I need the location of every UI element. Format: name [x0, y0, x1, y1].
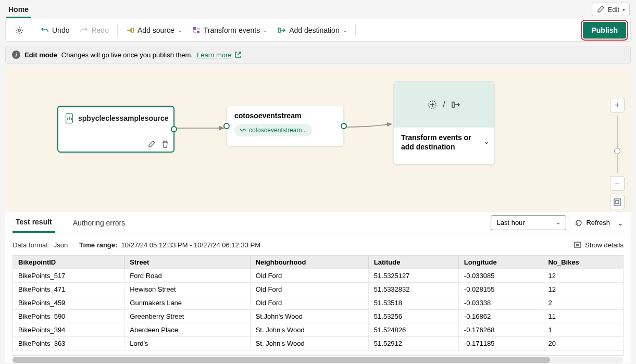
toolbar: Undo Redo Add source ⌄ Transform events …	[5, 19, 631, 42]
time-range-label: Time range:	[79, 241, 117, 249]
eventstream-node[interactable]: cotosoeventstream cotosoeventstream...	[227, 106, 344, 146]
tab-test-result[interactable]: Test result	[13, 212, 55, 233]
publish-button[interactable]: Publish	[583, 22, 626, 39]
table-cell: 51.5332832	[368, 283, 458, 296]
zoom-thumb[interactable]	[614, 148, 620, 154]
table-row[interactable]: BikePoints_471Hewison StreetOld Ford51.5…	[13, 283, 623, 296]
zoom-in-button[interactable]: +	[610, 98, 625, 112]
redo-icon	[80, 26, 88, 34]
table-cell: -0.033085	[458, 269, 543, 283]
external-link-icon	[234, 51, 242, 59]
eventstream-pill-label: cotosoeventstream...	[249, 127, 307, 134]
info-icon: i	[12, 51, 20, 59]
add-destination-label: Add destination	[289, 26, 340, 34]
table-cell: 11	[543, 310, 623, 323]
column-header[interactable]: Street	[124, 256, 250, 269]
edit-mode-title: Edit mode	[24, 51, 57, 59]
table-cell: 1	[543, 323, 623, 337]
time-range-value: 10/27/24 05:12:33 PM - 10/27/24 06:12:33…	[121, 241, 260, 249]
refresh-button[interactable]: Refresh	[575, 219, 610, 227]
table-row[interactable]: BikePoints_590Greenberry StreetSt.John's…	[13, 310, 623, 323]
horizontal-scrollbar[interactable]	[13, 357, 623, 363]
add-destination-button[interactable]: Add destination ⌄	[272, 23, 352, 37]
chevron-down-icon: ⌄	[178, 28, 182, 33]
add-source-button[interactable]: Add source ⌄	[121, 23, 187, 37]
refresh-icon	[575, 219, 583, 227]
undo-button[interactable]: Undo	[35, 23, 74, 37]
source-node-title: spbycleclessamplesource	[78, 114, 169, 122]
edit-mode-msg: Changes will go live once you publish th…	[61, 51, 193, 59]
redo-button[interactable]: Redo	[74, 23, 114, 37]
chevron-down-icon: ▾	[622, 7, 625, 12]
separator	[117, 24, 118, 36]
zoom-out-button[interactable]: −	[610, 176, 625, 191]
column-header[interactable]: Latitude	[368, 256, 458, 269]
pencil-icon	[596, 5, 605, 14]
table-cell: 51.524826	[368, 323, 458, 337]
table-row[interactable]: BikePoints_459Gunmakers LaneOld Ford51.5…	[13, 296, 623, 310]
scrollbar-thumb[interactable]	[13, 357, 550, 363]
node-handle[interactable]	[223, 123, 230, 129]
table-row[interactable]: BikePoints_517Ford RoadOld Ford51.532512…	[13, 269, 623, 283]
canvas[interactable]: spbycleclessamplesource cotosoeventstrea…	[5, 67, 631, 215]
tab-authoring-errors[interactable]: Authoring errors	[70, 214, 128, 232]
transform-events-label: Transform events	[204, 26, 260, 34]
undo-icon	[41, 26, 49, 34]
table-cell: BikePoints_394	[13, 323, 124, 337]
pencil-icon[interactable]	[147, 140, 156, 148]
destination-node[interactable]: / Transform events or add destination ⌄	[393, 81, 495, 165]
table-cell: 51.5325127	[368, 269, 458, 283]
node-handle[interactable]	[341, 123, 347, 129]
node-handle[interactable]	[171, 126, 177, 132]
undo-label: Undo	[52, 26, 69, 34]
table-cell: 2	[543, 296, 623, 310]
table-cell: -0.028155	[458, 283, 543, 296]
details-icon	[573, 241, 582, 249]
settings-button[interactable]	[10, 23, 29, 37]
table-cell: Aberdeen Place	[124, 323, 250, 337]
table-cell: Ford Road	[124, 269, 250, 283]
destination-icon	[451, 99, 461, 110]
source-node[interactable]: spbycleclessamplesource	[57, 106, 174, 153]
table-cell: 12	[543, 283, 623, 296]
chart-icon	[66, 113, 73, 123]
learn-more-link[interactable]: Learn more	[197, 51, 242, 59]
data-format-value: Json	[54, 241, 68, 249]
table-cell: BikePoints_517	[13, 269, 124, 283]
column-header[interactable]: No_Bikes	[543, 256, 623, 269]
svg-point-0	[18, 29, 20, 31]
edge-arrow	[174, 123, 227, 133]
table-cell: -0.176268	[458, 323, 543, 337]
table-cell: -0.171185	[458, 337, 543, 350]
chevron-down-icon[interactable]: ⌄	[484, 138, 489, 146]
results-grid[interactable]: BikepointIDStreetNeighbourhoodLatitudeLo…	[13, 255, 623, 356]
time-range-dropdown[interactable]: Last hour	[491, 215, 566, 230]
table-row[interactable]: BikePoints_394Aberdeen PlaceSt. John's W…	[13, 323, 623, 337]
tab-home[interactable]: Home	[6, 1, 31, 18]
trash-icon[interactable]	[161, 140, 169, 148]
data-format-label: Data format:	[13, 241, 50, 249]
table-cell: -0.03338	[458, 296, 543, 310]
zoom-fit-button[interactable]	[610, 195, 625, 209]
table-row[interactable]: BikePoints_363Lord'sSt. John's Wood51.52…	[13, 337, 623, 350]
zoom-slider[interactable]	[617, 116, 618, 173]
svg-rect-4	[279, 28, 280, 32]
svg-rect-8	[616, 200, 619, 204]
gear-icon	[15, 26, 23, 34]
column-header[interactable]: Longitude	[458, 256, 543, 269]
edit-dropdown[interactable]: Edit ▾	[592, 3, 630, 16]
bottom-panel: Test result Authoring errors Last hour R…	[5, 211, 631, 363]
table-cell: St. John's Wood	[250, 323, 368, 337]
table-cell: BikePoints_590	[13, 310, 124, 323]
eventstream-pill[interactable]: cotosoeventstream...	[234, 124, 312, 136]
column-header[interactable]: Neighbourhood	[250, 256, 368, 269]
column-header[interactable]: BikepointID	[13, 256, 124, 269]
table-cell: 51.53518	[368, 296, 458, 310]
collapse-panel-button[interactable]: ⌄	[617, 219, 623, 227]
stream-icon	[240, 127, 246, 133]
fit-icon	[614, 198, 621, 206]
show-details-button[interactable]: Show details	[573, 241, 623, 249]
transform-events-button[interactable]: Transform events ⌄	[187, 23, 272, 37]
table-cell: 51.52912	[368, 337, 458, 350]
transform-icon	[192, 26, 201, 34]
